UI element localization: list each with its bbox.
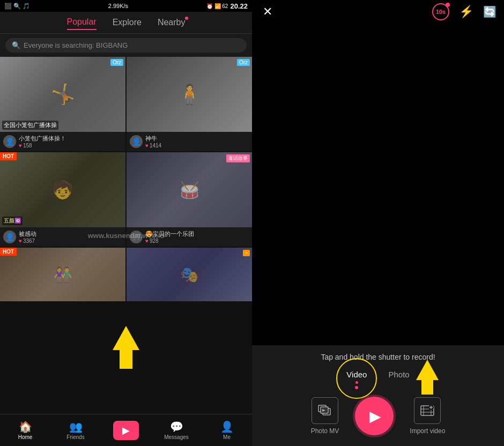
left-panel: ⬛ 🔍 🎵 2.99K/s ⏰ 📶 62 20.22 Popular Explo… <box>0 0 252 446</box>
record-btn-nav[interactable]: ▶ <box>113 421 139 440</box>
nav-me-label: Me <box>223 434 231 440</box>
status-right: ⏰ 📶 62 20.22 <box>206 2 248 10</box>
mode-video-dot <box>355 381 358 384</box>
photo-mv-icon <box>312 397 338 424</box>
record-icon: ▶ <box>122 425 130 436</box>
video-thumb-4: 🥁 童话故事 <box>127 152 252 227</box>
heart-icon-1: ♥ <box>19 143 22 148</box>
tab-explore[interactable]: Explore <box>113 18 142 29</box>
video-title-3: 被感动 <box>19 230 122 238</box>
video-info-1: 👤 小笼包广播体操！ ♥ 158 <box>0 132 125 151</box>
nav-friends[interactable]: 👥 Friends <box>50 414 101 446</box>
messages-icon: 💬 <box>170 420 183 433</box>
thumb-label-1: 全国小笼包广播体操 <box>2 121 58 130</box>
timer-badge[interactable]: 10s <box>432 3 449 20</box>
photo-mv-option[interactable]: Photo MV <box>311 397 339 435</box>
svg-marker-0 <box>113 326 139 369</box>
video-thumb-1: 🤸 全国小笼包广播体操 Orz <box>0 57 125 132</box>
avatar-4: 🎵 <box>130 231 143 243</box>
search-input[interactable]: 🔍 Everyone is searching: BIGBANG <box>5 38 247 53</box>
video-meta-3: 被感动 ♥ 3367 <box>19 230 122 244</box>
orz-badge-1: Orz <box>110 59 123 66</box>
photo-mv-label: Photo MV <box>311 427 339 435</box>
thumb-figure-3: 🧒 <box>52 180 73 200</box>
me-icon: 👤 <box>220 420 234 433</box>
avatar-2: 👤 <box>130 135 143 148</box>
status-time: 20.22 <box>230 2 248 10</box>
arrow-down-left <box>110 326 142 371</box>
video-info-3: 👤 被感动 ♥ 3367 <box>0 227 125 247</box>
status-bar: ⬛ 🔍 🎵 2.99K/s ⏰ 📶 62 20.22 <box>0 0 252 12</box>
avatar-icon-2: 👤 <box>132 137 141 146</box>
bottom-nav: 🏠 Home 👥 Friends ▶ 💬 Messages 👤 Me <box>0 414 252 446</box>
right-panel: ✕ 10s ⚡ 🔄 Tap and hold the shutter to re… <box>252 0 504 446</box>
nav-messages[interactable]: 💬 Messages <box>151 414 202 446</box>
avatar-icon-3: 👤 <box>5 233 14 241</box>
main-record-button[interactable]: ▶ <box>355 397 394 435</box>
nav-me[interactable]: 👤 Me <box>202 414 252 446</box>
video-thumb-6: 🎭 + <box>127 248 252 301</box>
svg-marker-4 <box>416 360 439 395</box>
import-video-wrapper: Import video <box>410 397 445 435</box>
like-count-1: ♥ 158 <box>19 143 122 148</box>
mode-photo[interactable]: Photo <box>388 370 409 386</box>
photo-mv-svg <box>317 403 332 418</box>
status-left: ⬛ 🔍 🎵 <box>4 3 30 10</box>
heart-icon-4: ♥ <box>145 238 149 244</box>
search-icon: 🔍 <box>12 41 20 49</box>
top-badge-6: + <box>243 250 250 256</box>
video-title-4: 😍宝贝的一个乐团 <box>145 230 249 238</box>
video-grid-wrapper: 🤸 全国小笼包广播体操 Orz 👤 小笼包广播体操！ ♥ 158 <box>0 57 252 414</box>
import-video-svg <box>420 403 435 418</box>
video-card-5[interactable]: 👫 HOT <box>0 248 125 301</box>
nearby-dot <box>185 17 188 20</box>
thumb-figure-5: 👫 <box>54 266 72 284</box>
arrow-down-right-svg <box>414 360 441 395</box>
capture-row: Photo MV ▶ <box>252 397 504 435</box>
import-video-option[interactable]: Import video <box>410 397 445 435</box>
video-thumb-2: 🧍 Orz <box>127 57 252 132</box>
mode-video-wrapper: Video <box>346 370 367 386</box>
heart-icon-3: ♥ <box>19 238 22 244</box>
thumb-figure-6: 🎭 <box>180 266 199 284</box>
tabs-bar: Popular Explore Nearby <box>0 12 252 34</box>
import-video-label: Import video <box>410 427 445 435</box>
mode-video[interactable]: Video <box>346 370 367 386</box>
avatar-1: 👤 <box>3 135 16 148</box>
video-card-3[interactable]: 🧒 HOT 五颜🆔 👤 被感动 ♥ 3367 <box>0 152 125 247</box>
camera-actions: 10s ⚡ 🔄 <box>432 3 496 20</box>
flip-camera-icon[interactable]: 🔄 <box>483 5 496 18</box>
nav-record[interactable]: ▶ <box>101 414 151 446</box>
video-thumb-5: 👫 HOT <box>0 248 125 301</box>
video-card-6[interactable]: 🎭 + <box>127 248 252 301</box>
video-meta-1: 小笼包广播体操！ ♥ 158 <box>19 135 122 148</box>
close-button[interactable]: ✕ <box>260 5 276 19</box>
nav-home[interactable]: 🏠 Home <box>0 414 50 446</box>
tap-hint: Tap and hold the shutter to record! <box>252 353 504 361</box>
tab-popular[interactable]: Popular <box>67 17 97 30</box>
home-icon: 🏠 <box>19 420 32 433</box>
nav-friends-label: Friends <box>66 434 84 440</box>
thumb-figure-2: 🧍 <box>177 83 202 106</box>
video-card-2[interactable]: 🧍 Orz 👤 神牛 ♥ 1414 <box>127 57 252 151</box>
avatar-3: 👤 <box>3 231 16 243</box>
video-thumb-3: 🧒 HOT 五颜🆔 <box>0 152 125 227</box>
pink-badge-4: 童话故事 <box>226 154 250 162</box>
video-title-2: 神牛 <box>145 135 249 143</box>
import-video-icon <box>414 397 441 424</box>
timer-dot <box>446 3 450 7</box>
thumb-sub-label-3: 五颜🆔 <box>2 217 23 225</box>
video-card-4[interactable]: 🥁 童话故事 🎵 😍宝贝的一个乐团 ♥ 928 <box>127 152 252 247</box>
flash-icon[interactable]: ⚡ <box>459 5 473 19</box>
orz-badge-2: Orz <box>237 59 250 66</box>
video-meta-4: 😍宝贝的一个乐团 ♥ 928 <box>145 230 249 244</box>
camera-top-bar: ✕ 10s ⚡ 🔄 <box>252 0 504 24</box>
tab-nearby[interactable]: Nearby <box>158 18 186 29</box>
hot-badge-3: HOT <box>0 152 17 160</box>
timer-label: 10s <box>436 9 446 15</box>
video-meta-2: 神牛 ♥ 1414 <box>145 135 249 148</box>
video-info-2: 👤 神牛 ♥ 1414 <box>127 132 252 151</box>
status-speed: 2.99K/s <box>108 3 128 9</box>
mode-selector: Video Photo <box>252 370 504 386</box>
video-card-1[interactable]: 🤸 全国小笼包广播体操 Orz 👤 小笼包广播体操！ ♥ 158 <box>0 57 125 151</box>
